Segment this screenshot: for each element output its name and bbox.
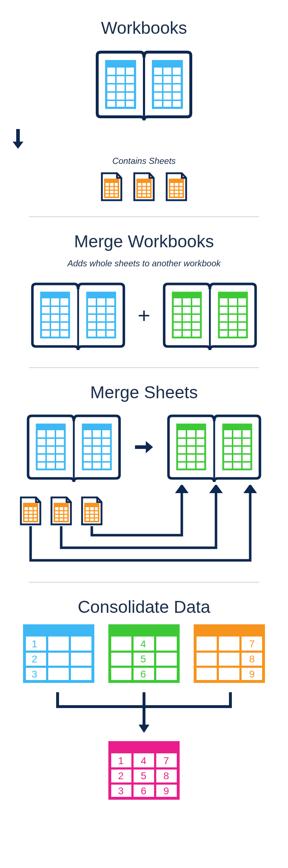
svg-rect-26 <box>137 179 151 183</box>
cell-value: 9 <box>249 669 255 680</box>
cell-value: 2 <box>118 770 124 781</box>
section-merge-workbooks: Merge Workbooks Adds whole sheets to ano… <box>11 221 277 364</box>
source-tables-row: 1 2 3 4 5 6 7 8 9 <box>22 624 266 683</box>
merge-sheets-row <box>11 409 277 485</box>
data-table-green: 4 5 6 <box>108 624 180 683</box>
cell-value: 5 <box>141 770 147 781</box>
data-table-orange: 7 8 9 <box>193 624 265 683</box>
svg-rect-92 <box>177 424 205 469</box>
cell-value: 3 <box>32 669 37 680</box>
svg-rect-116 <box>54 504 68 507</box>
cell-value: 9 <box>163 785 169 796</box>
sheet-file-icon <box>131 171 157 202</box>
result-table-container: 1 4 7 2 5 8 3 6 9 <box>11 741 277 800</box>
cell-value: 4 <box>140 638 146 649</box>
workbook-green-icon <box>162 409 266 485</box>
svg-rect-74 <box>37 424 65 469</box>
svg-rect-58 <box>173 293 201 298</box>
svg-rect-136 <box>110 626 178 637</box>
svg-rect-82 <box>83 424 111 469</box>
cell-value: 7 <box>249 638 255 649</box>
divider <box>29 216 259 217</box>
consolidate-flow-diagram <box>18 690 270 737</box>
workbook-blue-icon <box>26 277 130 353</box>
contains-sheets-label: Contains Sheets <box>11 156 277 166</box>
workbook-green-icon <box>158 277 262 353</box>
svg-rect-109 <box>24 504 37 507</box>
merge-workbooks-row: + <box>11 277 277 353</box>
arrow-right-icon <box>133 438 155 456</box>
svg-rect-10 <box>153 61 182 68</box>
cell-value: 6 <box>141 785 147 796</box>
section-consolidate: Consolidate Data 1 2 3 4 5 6 <box>11 586 277 811</box>
svg-rect-48 <box>87 293 115 337</box>
svg-rect-75 <box>37 424 65 430</box>
svg-rect-142 <box>195 626 264 637</box>
svg-rect-83 <box>83 424 111 430</box>
svg-rect-66 <box>219 293 247 298</box>
title-merge-workbooks: Merge Workbooks <box>11 231 277 251</box>
svg-rect-93 <box>177 424 205 430</box>
workbook-icon <box>90 45 198 124</box>
subtitle-merge-workbooks: Adds whole sheets to another workbook <box>11 258 277 268</box>
title-workbooks: Workbooks <box>11 18 277 38</box>
svg-rect-100 <box>223 424 251 469</box>
merge-flow-diagram <box>11 485 277 568</box>
section-workbooks: Workbooks Contains Sheets <box>11 7 277 213</box>
svg-rect-33 <box>170 179 183 183</box>
arrow-down-icon <box>11 129 277 151</box>
title-merge-sheets: Merge Sheets <box>11 382 277 402</box>
svg-rect-40 <box>41 293 69 337</box>
workbook-blue-icon <box>22 409 126 485</box>
cell-value: 8 <box>163 770 169 781</box>
cell-value: 7 <box>163 755 169 766</box>
sheet-file-icon <box>164 171 189 202</box>
data-table-blue: 1 2 3 <box>23 624 95 683</box>
plus-icon: + <box>138 303 150 328</box>
divider <box>29 367 259 368</box>
cell-value: 4 <box>141 755 147 766</box>
cell-value: 6 <box>140 669 146 680</box>
svg-rect-57 <box>173 293 201 337</box>
data-table-magenta: 1 4 7 2 5 8 3 6 9 <box>108 741 180 800</box>
cell-value: 3 <box>118 785 124 796</box>
svg-rect-130 <box>24 626 93 637</box>
svg-rect-2 <box>106 61 135 68</box>
sheet-files-row <box>11 171 277 202</box>
sheet-file-icon <box>99 171 124 202</box>
svg-rect-41 <box>41 293 69 298</box>
cell-value: 1 <box>32 638 37 649</box>
title-consolidate: Consolidate Data <box>11 597 277 617</box>
svg-rect-49 <box>87 293 115 298</box>
cell-value: 5 <box>140 653 146 665</box>
section-merge-sheets: Merge Sheets <box>11 372 277 578</box>
svg-rect-101 <box>223 424 251 430</box>
cell-value: 2 <box>32 653 37 665</box>
svg-rect-123 <box>85 504 99 507</box>
svg-rect-19 <box>105 179 118 183</box>
cell-value: 8 <box>249 653 255 665</box>
svg-rect-65 <box>219 293 247 337</box>
divider <box>29 582 259 583</box>
svg-rect-148 <box>110 743 178 753</box>
cell-value: 1 <box>118 755 124 766</box>
